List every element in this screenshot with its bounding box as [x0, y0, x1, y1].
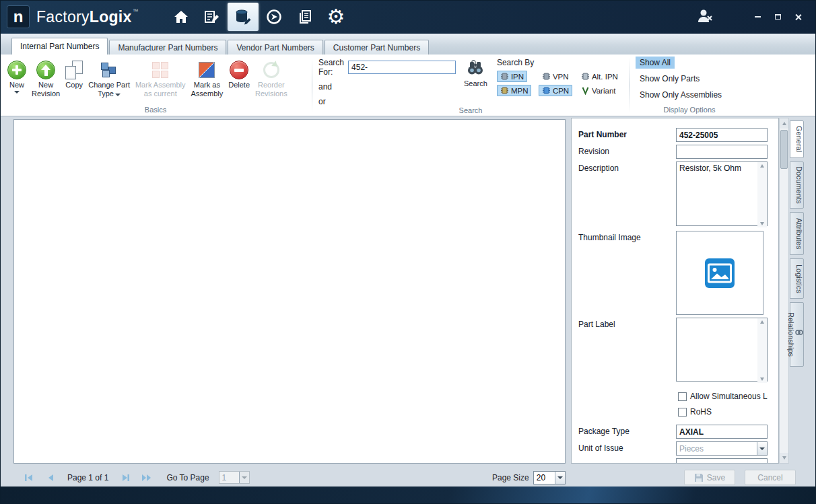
tab-internal-part-numbers[interactable]: Internal Part Numbers	[11, 38, 108, 55]
minimize-button[interactable]	[750, 9, 765, 24]
search-by-filters: IPN VPN Alt. IPN MPN	[497, 71, 629, 96]
scrollbar-up-button[interactable]	[780, 118, 788, 129]
page-size-input[interactable]	[534, 472, 555, 484]
last-page-button[interactable]	[141, 473, 153, 482]
app-logo: n	[7, 5, 30, 28]
documents-icon[interactable]	[290, 3, 320, 31]
unit-of-issue-dropdown-button[interactable]	[757, 442, 767, 455]
go-to-page-dropdown-button[interactable]	[239, 472, 249, 483]
app-title-primary: Factory	[36, 8, 90, 26]
tab-vendor-part-numbers[interactable]: Vendor Part Numbers	[228, 40, 322, 55]
planning-icon[interactable]	[197, 3, 228, 31]
scroll-down-icon	[760, 222, 764, 225]
go-to-page-input[interactable]	[219, 472, 239, 483]
vpn-icon	[542, 72, 551, 81]
show-only-parts-option[interactable]: Show Only Parts	[636, 73, 704, 85]
page-size-dropdown-button[interactable]	[555, 472, 565, 484]
filter-vpn[interactable]: VPN	[539, 71, 572, 82]
variant-icon	[581, 86, 590, 95]
close-button[interactable]	[790, 9, 805, 24]
cancel-button[interactable]: Cancel	[745, 470, 796, 485]
parts-list-panel[interactable]	[13, 119, 566, 464]
rohs-label: RoHS	[690, 407, 712, 417]
detail-side-tabs: General Documents Attributes Logistics R…	[790, 120, 804, 367]
side-tab-documents[interactable]: Documents	[790, 161, 804, 209]
textarea-scrollbar[interactable]	[757, 318, 767, 383]
show-all-option[interactable]: Show All	[636, 57, 675, 69]
production-icon[interactable]	[259, 3, 290, 31]
scroll-up-icon	[760, 320, 764, 324]
filter-ipn[interactable]: IPN	[497, 71, 527, 82]
new-revision-icon	[36, 61, 55, 79]
mark-as-assembly-button[interactable]: Mark as Assembly	[189, 58, 226, 100]
description-textarea[interactable]: Resistor, 5k Ohm	[676, 161, 768, 226]
tab-label: Vendor Part Numbers	[236, 43, 314, 52]
next-field-label	[578, 458, 676, 460]
save-icon	[694, 473, 704, 482]
textarea-scrollbar[interactable]	[757, 162, 767, 227]
description-label: Description	[578, 161, 676, 173]
side-tab-relationships[interactable]: Relationships	[790, 302, 804, 367]
unit-of-issue-label: Unit of Issue	[578, 441, 676, 453]
search-input[interactable]	[348, 61, 456, 74]
filter-mpn[interactable]: MPN	[497, 85, 532, 96]
page-info: Page 1 of 1	[67, 473, 108, 482]
main-nav: ⚙	[166, 0, 351, 34]
footer-bar: Page 1 of 1 Go To Page Page Size Save Ca…	[0, 468, 816, 487]
titlebar: n FactoryLogix™ ⚙	[0, 0, 816, 34]
package-type-label: Package Type	[578, 425, 676, 436]
mark-assembly-as-current-icon	[152, 62, 168, 78]
cpn-icon	[542, 86, 551, 95]
scrollbar-thumb[interactable]	[780, 130, 788, 169]
part-label-textarea[interactable]	[676, 318, 768, 382]
delete-button[interactable]: Delete	[226, 58, 252, 91]
tab-label: Internal Part Numbers	[20, 42, 99, 51]
next-page-button[interactable]	[119, 473, 131, 482]
ribbon-group-search: Search For: and or	[313, 55, 628, 116]
save-button[interactable]: Save	[684, 470, 735, 485]
dropdown-arrow-icon	[759, 447, 765, 450]
scrollbar-down-button[interactable]	[780, 453, 788, 463]
close-icon	[794, 13, 802, 21]
app-title: FactoryLogix™	[36, 8, 139, 26]
side-tab-general[interactable]: General	[790, 120, 804, 158]
thumbnail-image-box[interactable]	[676, 231, 763, 315]
new-button[interactable]: New	[5, 58, 28, 95]
mpn-icon	[500, 86, 509, 95]
mark-assembly-as-current-button[interactable]: Mark Assembly as current	[133, 58, 188, 100]
copy-button[interactable]: Copy	[63, 58, 85, 91]
unit-of-issue-input[interactable]	[677, 442, 757, 455]
ribbon-group-display-options: Show All Show Only Parts Show Only Assem…	[630, 55, 749, 116]
part-label-label: Part Label	[578, 318, 676, 329]
change-part-type-button[interactable]: Change Part Type	[86, 58, 132, 100]
settings-icon[interactable]: ⚙	[320, 3, 351, 31]
part-number-input[interactable]	[676, 128, 768, 142]
rohs-checkbox[interactable]	[678, 408, 687, 417]
parts-icon[interactable]	[228, 3, 259, 31]
filter-cpn[interactable]: CPN	[539, 85, 572, 96]
ipn-icon	[500, 72, 509, 81]
thumbnail-image-label: Thumbnail Image	[578, 231, 676, 242]
filter-alt-ipn[interactable]: Alt. IPN	[578, 71, 621, 82]
detail-scrollbar[interactable]	[779, 118, 789, 464]
allow-simultaneous-checkbox[interactable]	[678, 392, 687, 401]
filter-variant[interactable]: Variant	[578, 85, 619, 96]
previous-page-button[interactable]	[44, 473, 57, 482]
side-tab-attributes[interactable]: Attributes	[790, 212, 804, 255]
maximize-button[interactable]	[770, 9, 785, 24]
revision-input[interactable]	[676, 145, 768, 159]
tab-label: Customer Part Numbers	[333, 43, 420, 52]
tab-manufacturer-part-numbers[interactable]: Manufacturer Part Numbers	[109, 40, 226, 55]
new-revision-button[interactable]: New Revision	[30, 58, 62, 100]
revision-label: Revision	[578, 145, 676, 156]
first-page-button[interactable]	[23, 473, 35, 482]
tab-customer-part-numbers[interactable]: Customer Part Numbers	[325, 40, 429, 55]
search-button[interactable]: Search	[464, 59, 487, 87]
next-field-input[interactable]	[676, 458, 768, 464]
home-icon[interactable]	[166, 3, 197, 31]
package-type-input[interactable]	[676, 425, 768, 439]
show-only-assemblies-option[interactable]: Show Only Assemblies	[636, 89, 726, 101]
reorder-revisions-button[interactable]: Reorder Revisions	[253, 58, 290, 100]
side-tab-logistics[interactable]: Logistics	[790, 258, 804, 299]
logoff-user-icon[interactable]	[696, 8, 714, 26]
